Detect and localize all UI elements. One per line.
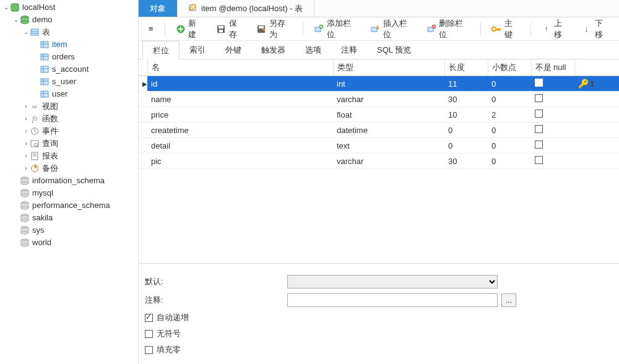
primary-key-button[interactable]: 主键 <box>486 19 525 39</box>
tab-table-editor[interactable]: item @demo (localHost) - 表 <box>178 0 314 17</box>
tree-database-closed[interactable]: performance_schema <box>0 199 138 212</box>
tree-table-item[interactable]: item <box>0 38 138 51</box>
field-name-cell[interactable]: createtime <box>147 123 333 138</box>
field-type-cell[interactable]: varchar <box>333 92 444 107</box>
tree-database-closed[interactable]: information_schema <box>0 175 138 187</box>
col-notnull[interactable]: 不是 null <box>531 59 574 76</box>
new-button[interactable]: 新建 <box>170 19 209 39</box>
col-len[interactable]: 长度 <box>444 59 488 76</box>
auto-increment-row[interactable]: 自动递增 <box>145 310 613 326</box>
col-type[interactable]: 类型 <box>333 59 444 76</box>
add-field-button[interactable]: 添加栏位 <box>308 19 363 39</box>
field-name-cell[interactable]: id <box>147 76 333 92</box>
unsigned-row[interactable]: 无符号 <box>145 326 613 342</box>
designer-tab[interactable]: 选项 <box>295 41 331 59</box>
zerofill-row[interactable]: 填充零 <box>145 342 613 358</box>
designer-tab[interactable]: 索引 <box>180 41 215 59</box>
field-key-cell[interactable] <box>574 92 619 107</box>
auto-increment-checkbox[interactable] <box>145 314 153 322</box>
tree-database[interactable]: ⌄ demo <box>0 14 138 26</box>
tree-database-closed[interactable]: sakila <box>0 212 138 224</box>
tab-objects[interactable]: 对象 <box>139 0 178 17</box>
field-row[interactable]: ▶idint110🔑1 <box>139 76 619 92</box>
insert-field-button[interactable]: 插入栏位 <box>365 19 420 39</box>
field-name-cell[interactable]: detail <box>147 138 333 154</box>
delete-field-button[interactable]: 删除栏位 <box>421 19 476 39</box>
field-name-cell[interactable]: name <box>147 92 333 107</box>
field-key-cell[interactable] <box>574 154 619 169</box>
tree-table-item[interactable]: s_account <box>0 63 138 76</box>
field-row[interactable]: pricefloat102 <box>139 107 619 123</box>
field-len-cell[interactable]: 0 <box>444 123 488 138</box>
field-type-cell[interactable]: varchar <box>333 154 444 169</box>
col-dec[interactable]: 小数点 <box>488 59 531 76</box>
field-key-cell[interactable]: 🔑1 <box>574 76 619 92</box>
designer-tab[interactable]: 触发器 <box>251 41 295 59</box>
col-name[interactable]: 名 <box>147 59 333 76</box>
field-notnull-cell[interactable] <box>531 138 574 154</box>
field-notnull-cell[interactable] <box>531 92 574 107</box>
field-dec-cell[interactable]: 0 <box>488 123 531 138</box>
tree-table-item[interactable]: s_user <box>0 76 138 88</box>
tree-tables-node[interactable]: ⌄ 表 <box>0 26 138 38</box>
field-len-cell[interactable]: 30 <box>444 154 488 169</box>
notnull-checkbox[interactable] <box>535 141 543 149</box>
field-dec-cell[interactable]: 0 <box>488 154 531 169</box>
field-dec-cell[interactable]: 0 <box>488 92 531 107</box>
default-select[interactable] <box>287 275 498 288</box>
field-len-cell[interactable]: 10 <box>444 107 488 123</box>
field-type-cell[interactable]: int <box>333 76 444 92</box>
field-row[interactable]: picvarchar300 <box>139 154 619 169</box>
fields-grid[interactable]: 名 类型 长度 小数点 不是 null ▶idint110🔑1namevarch… <box>139 59 619 264</box>
field-notnull-cell[interactable] <box>531 123 574 138</box>
zerofill-checkbox[interactable] <box>145 346 153 354</box>
comment-input[interactable] <box>287 293 498 307</box>
menu-button[interactable]: ≡ <box>142 19 160 39</box>
move-down-button[interactable]: ↓ 下移 <box>576 19 615 39</box>
designer-tab[interactable]: SQL 预览 <box>367 41 421 59</box>
tree-rpt-node[interactable]: ›报表 <box>0 150 138 162</box>
field-dec-cell[interactable]: 2 <box>488 107 531 123</box>
field-dec-cell[interactable]: 0 <box>488 138 531 154</box>
move-up-button[interactable]: ↑ 上移 <box>536 19 575 39</box>
tree-database-closed[interactable]: mysql <box>0 187 138 199</box>
field-type-cell[interactable]: float <box>333 107 444 123</box>
tree-connection[interactable]: ⌄ localHost <box>0 1 138 14</box>
field-type-cell[interactable]: text <box>333 138 444 154</box>
notnull-checkbox[interactable] <box>535 156 543 164</box>
field-len-cell[interactable]: 0 <box>444 138 488 154</box>
tree-qry-node[interactable]: ›查询 <box>0 137 138 150</box>
field-dec-cell[interactable]: 0 <box>488 76 531 92</box>
notnull-checkbox[interactable] <box>535 94 543 102</box>
tree-bkp-node[interactable]: ›备份 <box>0 162 138 175</box>
tree-evt-node[interactable]: ›事件 <box>0 125 138 137</box>
field-notnull-cell[interactable] <box>531 154 574 169</box>
tree-table-item[interactable]: user <box>0 88 138 100</box>
field-row[interactable]: detailtext00 <box>139 138 619 154</box>
notnull-checkbox[interactable] <box>535 79 543 87</box>
save-button[interactable]: 保存 <box>210 19 249 39</box>
saveas-button[interactable]: 另存为 <box>251 19 298 39</box>
designer-tab[interactable]: 外键 <box>215 41 251 59</box>
field-key-cell[interactable] <box>574 138 619 154</box>
field-type-cell[interactable]: datetime <box>333 123 444 138</box>
comment-more-button[interactable]: ... <box>501 293 516 307</box>
field-key-cell[interactable] <box>574 123 619 138</box>
tree-table-item[interactable]: orders <box>0 51 138 63</box>
field-name-cell[interactable]: pic <box>147 154 333 169</box>
unsigned-checkbox[interactable] <box>145 330 153 338</box>
field-row[interactable]: namevarchar300 <box>139 92 619 107</box>
field-notnull-cell[interactable] <box>531 76 574 92</box>
tree-database-closed[interactable]: world <box>0 236 138 249</box>
tree-database-closed[interactable]: sys <box>0 224 138 236</box>
field-len-cell[interactable]: 30 <box>444 92 488 107</box>
field-key-cell[interactable] <box>574 107 619 123</box>
designer-tab[interactable]: 栏位 <box>142 41 180 59</box>
tree-fn-node[interactable]: ›f0函数 <box>0 113 138 125</box>
tree-view-node[interactable]: ›∞视图 <box>0 100 138 113</box>
notnull-checkbox[interactable] <box>535 125 543 133</box>
field-notnull-cell[interactable] <box>531 107 574 123</box>
field-name-cell[interactable]: price <box>147 107 333 123</box>
notnull-checkbox[interactable] <box>535 110 543 118</box>
designer-tab[interactable]: 注释 <box>331 41 367 59</box>
